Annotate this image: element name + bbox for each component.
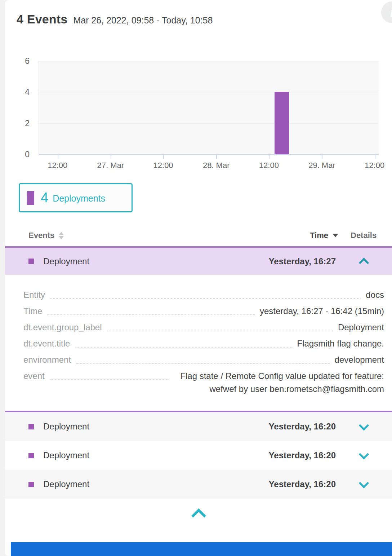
detail-leader — [47, 305, 254, 315]
bottom-blue-bar — [11, 542, 392, 556]
event-time: Yesterday, 16:27 — [269, 256, 336, 266]
legend-deployments-button[interactable]: 4 Deployments — [19, 183, 133, 212]
event-row[interactable]: Deployment Yesterday, 16:20 — [5, 412, 392, 441]
detail-value: docs — [366, 288, 384, 301]
sort-icon[interactable] — [59, 232, 64, 239]
events-panel: i 4 Events Mar 26, 2022, 09:58 - Today, … — [5, 0, 392, 556]
events-table-body: Deployment Yesterday, 16:27 Entity docs … — [5, 246, 392, 528]
chevron-up-icon[interactable] — [359, 257, 369, 268]
legend-count: 4 — [41, 190, 48, 206]
x-axis-tick — [216, 155, 217, 159]
timeframe-label: Mar 26, 2022, 09:58 - Today, 10:58 — [73, 15, 213, 26]
event-type-label: Deployment — [43, 256, 89, 266]
x-axis-label: 29. Mar — [297, 161, 347, 170]
detail-label: dt.event.title — [23, 337, 70, 350]
time-sort-arrow-icon — [333, 234, 338, 237]
y-axis-label: 2 — [14, 119, 30, 128]
x-axis-tick — [111, 155, 111, 159]
event-time: Yesterday, 16:20 — [269, 479, 336, 489]
x-axis-label: 12:00 — [138, 161, 188, 170]
x-axis-label: 27. Mar — [85, 161, 136, 170]
x-axis-label: 28. Mar — [191, 161, 241, 170]
detail-value: development — [335, 353, 384, 366]
event-details-panel: Entity docs Time yesterday, 16:27 - 16:4… — [5, 275, 392, 412]
detail-leader — [75, 337, 292, 348]
event-type-label: Deployment — [43, 450, 89, 460]
detail-row: dt.event.title Flagsmith flag change. — [23, 337, 384, 350]
event-type-icon — [28, 482, 34, 487]
detail-label: dt.event.group_label — [23, 321, 102, 334]
detail-row: Time yesterday, 16:27 - 16:42 (15min) — [23, 305, 384, 318]
events-chart: 642012:0027. Mar12:0028. Mar12:0029. Mar… — [14, 60, 378, 172]
x-axis-tick — [163, 155, 164, 159]
detail-row: event Flag state / Remote Config value u… — [23, 370, 384, 396]
detail-leader — [50, 288, 361, 299]
x-axis-tick — [375, 155, 375, 159]
x-axis-tick — [269, 155, 270, 159]
y-axis-label: 0 — [14, 150, 30, 159]
chart-bar-deployments[interactable] — [275, 92, 289, 154]
chevron-down-icon[interactable] — [359, 449, 369, 459]
y-axis-label: 6 — [14, 57, 30, 65]
detail-value: Flagsmith flag change. — [297, 337, 384, 350]
event-type-icon — [28, 424, 34, 429]
detail-value: Flag state / Remote Config value updated… — [173, 370, 384, 396]
y-axis-label: 4 — [14, 88, 30, 96]
event-type-label: Deployment — [43, 479, 89, 489]
chevron-up-icon[interactable] — [191, 508, 206, 523]
detail-label: environment — [23, 353, 71, 366]
x-axis-tick — [58, 155, 58, 159]
legend-swatch — [27, 191, 34, 205]
event-row[interactable]: Deployment Yesterday, 16:20 — [5, 470, 392, 499]
detail-row: dt.event.group_label Deployment — [23, 321, 384, 334]
event-time: Yesterday, 16:20 — [269, 450, 336, 460]
event-type-icon — [28, 259, 34, 264]
event-row[interactable]: Deployment Yesterday, 16:20 — [5, 441, 392, 470]
detail-leader — [50, 370, 168, 380]
collapse-list-button[interactable] — [5, 499, 392, 528]
panel-header: 4 Events Mar 26, 2022, 09:58 - Today, 10… — [17, 12, 213, 26]
detail-row: Entity docs — [23, 288, 384, 301]
detail-label: Entity — [23, 288, 45, 301]
detail-row: environment development — [23, 353, 384, 366]
chevron-down-icon[interactable] — [359, 478, 369, 488]
x-axis-label: 12:00 — [349, 161, 392, 170]
event-time: Yesterday, 16:20 — [269, 422, 336, 432]
info-icon[interactable]: i — [381, 1, 392, 23]
x-axis-label: 12:00 — [32, 161, 83, 170]
page-title: 4 Events — [17, 12, 67, 26]
x-axis-tick — [322, 155, 322, 159]
column-details[interactable]: Details — [351, 231, 383, 240]
detail-value: yesterday, 16:27 - 16:42 (15min) — [260, 305, 384, 318]
detail-leader — [107, 321, 333, 331]
legend-label: Deployments — [53, 193, 105, 204]
column-events[interactable]: Events — [28, 231, 54, 240]
chevron-down-icon[interactable] — [359, 420, 369, 431]
x-axis-label: 12:00 — [244, 161, 294, 170]
column-time[interactable]: Time — [310, 231, 338, 240]
detail-label: event — [23, 370, 45, 383]
detail-value: Deployment — [338, 321, 384, 334]
chart-plot — [39, 61, 379, 155]
table-header: Events Time Details — [5, 226, 392, 245]
event-row[interactable]: Deployment Yesterday, 16:27 — [5, 246, 392, 275]
detail-label: Time — [23, 305, 42, 318]
event-type-label: Deployment — [43, 422, 89, 432]
event-type-icon — [28, 453, 34, 458]
detail-leader — [76, 353, 329, 364]
